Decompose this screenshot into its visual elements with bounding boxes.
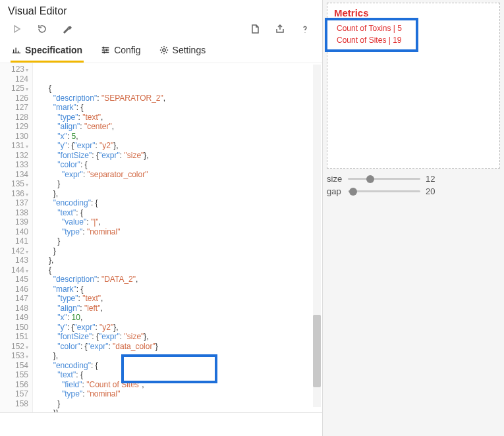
code-editor[interactable]: 1231241251261271281291301311321331341351… bbox=[0, 63, 322, 412]
scrollbar-thumb[interactable] bbox=[313, 315, 321, 387]
tab-label: Settings bbox=[173, 45, 206, 55]
editor-toolbar bbox=[0, 20, 322, 41]
slider-value: 20 bbox=[426, 186, 435, 196]
sliders-icon bbox=[101, 45, 110, 55]
line-number-gutter: 1231241251261271281291301311321331341351… bbox=[0, 63, 33, 412]
vertical-scrollbar[interactable] bbox=[313, 65, 321, 407]
tab-label: Specification bbox=[25, 45, 82, 55]
preview-panel: Metrics Count of Toxins | 5 Count of Sit… bbox=[323, 0, 504, 436]
tab-label: Config bbox=[114, 45, 140, 55]
wrench-icon[interactable] bbox=[61, 22, 74, 36]
tab-config[interactable]: Config bbox=[99, 41, 142, 63]
slider-track[interactable] bbox=[348, 190, 420, 192]
metric-row: Count of Toxins | 5 bbox=[334, 22, 493, 34]
parameter-sliders: size 12 gap 20 bbox=[327, 174, 500, 199]
bar-chart-icon bbox=[12, 45, 21, 55]
help-icon[interactable] bbox=[298, 22, 312, 36]
svg-point-0 bbox=[162, 49, 165, 51]
run-icon[interactable] bbox=[11, 22, 24, 36]
export-icon[interactable] bbox=[273, 22, 287, 36]
gap-slider[interactable]: gap 20 bbox=[327, 186, 500, 196]
slider-track[interactable] bbox=[348, 178, 420, 180]
tab-settings[interactable]: Settings bbox=[158, 41, 208, 63]
code-content[interactable]: { "description": "SEPARATOR_2", "mark": … bbox=[33, 63, 322, 412]
slider-thumb[interactable] bbox=[366, 175, 374, 183]
metrics-visual[interactable]: Metrics Count of Toxins | 5 Count of Sit… bbox=[327, 3, 500, 169]
slider-value: 12 bbox=[426, 174, 435, 184]
tab-specification[interactable]: Specification bbox=[11, 41, 84, 63]
slider-thumb[interactable] bbox=[349, 188, 357, 196]
slider-label: size bbox=[327, 174, 345, 184]
metric-row: Count of Sites | 19 bbox=[334, 34, 493, 46]
new-file-icon[interactable] bbox=[248, 22, 262, 36]
editor-title: Visual Editor bbox=[8, 5, 67, 17]
size-slider[interactable]: size 12 bbox=[327, 174, 500, 184]
editor-header: Visual Editor bbox=[0, 0, 322, 20]
metrics-title: Metrics bbox=[334, 7, 493, 18]
refresh-icon[interactable] bbox=[36, 22, 49, 36]
gear-icon bbox=[159, 45, 169, 55]
visual-editor-panel: Visual Editor Specification bbox=[0, 0, 323, 436]
slider-label: gap bbox=[327, 186, 345, 196]
editor-footer bbox=[0, 412, 322, 436]
editor-tabs: Specification Config Settings bbox=[0, 41, 322, 63]
